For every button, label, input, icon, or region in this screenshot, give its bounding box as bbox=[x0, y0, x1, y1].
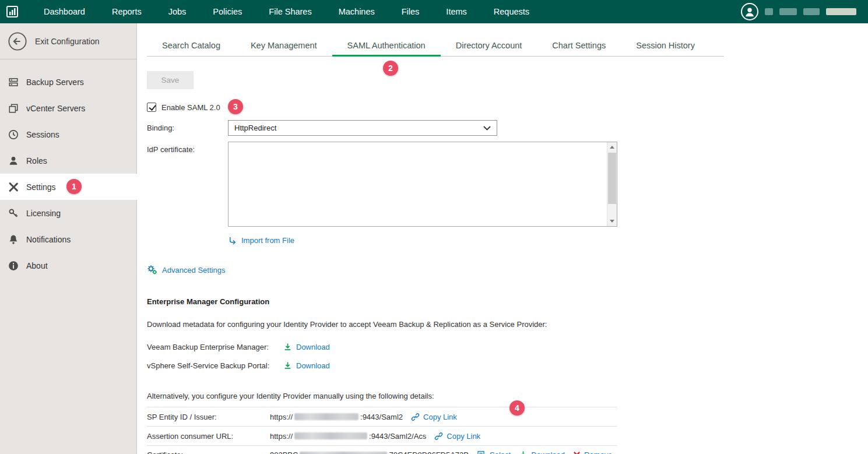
sp-details-table: SP Entity ID / Issuer: https://:9443/Sam… bbox=[147, 407, 617, 454]
nav-item-file-shares[interactable]: File Shares bbox=[255, 0, 325, 23]
select-certificate-button[interactable]: Select bbox=[477, 451, 511, 454]
app-logo[interactable] bbox=[0, 0, 24, 23]
idp-certificate-textarea[interactable] bbox=[228, 142, 617, 227]
certificate-label: Certificate: bbox=[147, 451, 270, 454]
download-icon bbox=[283, 343, 292, 351]
person-icon bbox=[8, 156, 19, 166]
sp-entity-id-value: https://:9443/Saml2 bbox=[270, 413, 403, 421]
copy-link-button[interactable]: Copy Link bbox=[434, 432, 480, 441]
sp-entity-id-label: SP Entity ID / Issuer: bbox=[147, 413, 270, 421]
select-link-label: Select bbox=[490, 451, 511, 454]
save-button[interactable]: Save bbox=[147, 71, 194, 89]
vertical-scrollbar[interactable] bbox=[607, 142, 617, 226]
redacted-text bbox=[803, 8, 820, 15]
enable-saml-row: Enable SAML 2.0 bbox=[147, 103, 868, 112]
em-metadata-row: Veeam Backup Enterprise Manager: Downloa… bbox=[147, 342, 868, 352]
sidebar-menu: Backup Servers vCenter Servers Sessions bbox=[0, 59, 136, 279]
nav-item-machines[interactable]: Machines bbox=[325, 0, 388, 23]
download-icon bbox=[519, 451, 528, 454]
nav-item-dashboard[interactable]: Dashboard bbox=[30, 0, 99, 23]
clock-icon bbox=[8, 129, 19, 140]
redacted-text bbox=[294, 413, 359, 420]
nav-item-files[interactable]: Files bbox=[388, 0, 433, 23]
download-vsphere-metadata-link[interactable]: Download bbox=[283, 361, 330, 370]
link-icon bbox=[434, 432, 443, 441]
binding-selected-value: HttpRedirect bbox=[234, 124, 276, 132]
table-row: Assertion consumer URL: https://:9443/Sa… bbox=[147, 426, 617, 445]
sidebar-item-notifications[interactable]: Notifications bbox=[0, 226, 136, 252]
sidebar-item-label: About bbox=[26, 261, 48, 270]
download-link-label: Download bbox=[296, 343, 330, 351]
manual-configuration-text: Alternatively, you configure your Identi… bbox=[147, 392, 868, 400]
download-icon bbox=[283, 361, 292, 370]
download-link-label: Download bbox=[531, 451, 565, 454]
bell-icon bbox=[8, 234, 19, 245]
main-nav: Dashboard Reports Jobs Policies File Sha… bbox=[30, 0, 543, 23]
callout-badge-2: 2 bbox=[383, 61, 398, 76]
redacted-text bbox=[294, 432, 367, 439]
exit-configuration-button[interactable]: Exit Configuration bbox=[0, 23, 136, 59]
scroll-down-button[interactable] bbox=[607, 216, 617, 226]
import-from-file-link[interactable]: Import from File bbox=[228, 236, 294, 245]
tab-saml-authentication[interactable]: SAML Authentication bbox=[332, 36, 441, 56]
sidebar-item-sessions[interactable]: Sessions bbox=[0, 121, 136, 147]
enable-saml-label: Enable SAML 2.0 bbox=[161, 103, 220, 112]
topbar-user-area bbox=[741, 3, 868, 20]
sidebar-item-label: vCenter Servers bbox=[26, 104, 85, 113]
back-arrow-icon bbox=[8, 31, 27, 51]
redacted-text bbox=[779, 8, 797, 15]
value-suffix: 78C4ED8D96FD5A72B bbox=[389, 451, 469, 454]
value-suffix: :9443/Saml2 bbox=[360, 413, 403, 421]
user-avatar[interactable] bbox=[741, 3, 758, 20]
idp-certificate-row: IdP certificate: bbox=[147, 142, 868, 227]
nav-item-items[interactable]: Items bbox=[433, 0, 480, 23]
callout-badge-4: 4 bbox=[509, 400, 525, 416]
download-certificate-button[interactable]: Download bbox=[519, 451, 565, 454]
import-from-file-label: Import from File bbox=[241, 236, 294, 245]
nav-item-jobs[interactable]: Jobs bbox=[155, 0, 200, 23]
table-row: SP Entity ID / Issuer: https://:9443/Sam… bbox=[147, 407, 617, 426]
table-row: Certificate: 982BBC78C4ED8D96FD5A72B Sel… bbox=[147, 445, 617, 454]
binding-select[interactable]: HttpRedirect bbox=[228, 120, 497, 136]
sidebar-item-licensing[interactable]: Licensing bbox=[0, 200, 136, 226]
redacted-text bbox=[765, 8, 773, 15]
vsphere-metadata-row: vSphere Self-Service Backup Portal: Down… bbox=[147, 360, 868, 371]
assertion-url-value: https://:9443/Saml2/Acs bbox=[270, 432, 426, 441]
sidebar-item-vcenter-servers[interactable]: vCenter Servers bbox=[0, 95, 136, 121]
copy-link-button[interactable]: Copy Link bbox=[411, 413, 457, 421]
tab-session-history[interactable]: Session History bbox=[621, 36, 710, 56]
select-form-icon bbox=[477, 451, 486, 454]
tab-search-catalog[interactable]: Search Catalog bbox=[147, 36, 236, 56]
sidebar-item-roles[interactable]: Roles bbox=[0, 147, 136, 174]
gears-icon bbox=[147, 265, 157, 275]
scrollbar-thumb[interactable] bbox=[608, 153, 616, 204]
scroll-up-button[interactable] bbox=[607, 142, 617, 152]
sidebar-item-about[interactable]: About bbox=[0, 252, 136, 279]
callout-badge-3: 3 bbox=[228, 99, 243, 114]
em-metadata-label: Veeam Backup Enterprise Manager: bbox=[147, 343, 283, 351]
advanced-settings-link[interactable]: Advanced Settings bbox=[147, 265, 225, 275]
assertion-url-label: Assertion consumer URL: bbox=[147, 432, 270, 441]
download-link-label: Download bbox=[296, 361, 330, 370]
advanced-settings-label: Advanced Settings bbox=[162, 266, 225, 274]
settings-content: Search Catalog Key Management SAML Authe… bbox=[138, 23, 868, 454]
nav-item-policies[interactable]: Policies bbox=[199, 0, 255, 23]
redacted-text bbox=[826, 8, 856, 15]
veeam-logo-icon bbox=[5, 5, 19, 19]
remove-certificate-button[interactable]: Remove bbox=[573, 451, 612, 454]
nav-item-requests[interactable]: Requests bbox=[480, 0, 543, 23]
enterprise-manager-configuration-heading: Enterprise Manager Configuration bbox=[147, 297, 868, 306]
exit-configuration-label: Exit Configuration bbox=[35, 37, 100, 46]
sidebar-item-backup-servers[interactable]: Backup Servers bbox=[0, 69, 136, 95]
nav-item-reports[interactable]: Reports bbox=[99, 0, 155, 23]
metadata-description: Download metadata for configuring your I… bbox=[147, 320, 868, 329]
tab-chart-settings[interactable]: Chart Settings bbox=[537, 36, 621, 56]
sidebar-item-label: Notifications bbox=[26, 235, 71, 244]
tab-directory-account[interactable]: Directory Account bbox=[441, 36, 537, 56]
app-window: Dashboard Reports Jobs Policies File Sha… bbox=[0, 0, 868, 454]
enable-saml-checkbox[interactable] bbox=[147, 103, 156, 112]
download-em-metadata-link[interactable]: Download bbox=[283, 343, 330, 351]
tools-icon bbox=[8, 182, 19, 192]
tab-key-management[interactable]: Key Management bbox=[236, 36, 332, 56]
user-icon bbox=[743, 5, 756, 18]
